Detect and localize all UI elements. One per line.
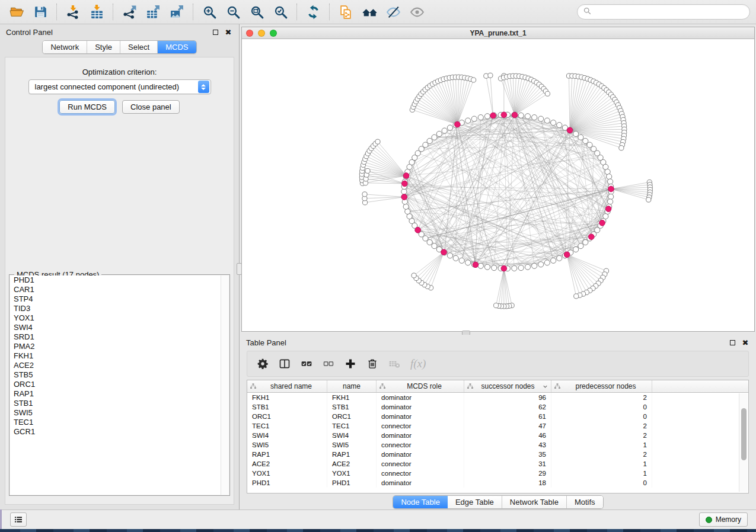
table-cell[interactable]: 1	[551, 459, 652, 469]
table-row[interactable]: SWI4SWI4dominator462	[247, 431, 748, 440]
mcds-result-item[interactable]: STB1	[10, 399, 229, 408]
mcds-result-item[interactable]: SWI4	[10, 323, 229, 332]
table-cell[interactable]: 29	[464, 469, 551, 478]
mcds-result-list[interactable]: PHD1CAR1STP4TID3YOX1SWI4SRD1PMA2FKH1ACE2…	[10, 275, 229, 495]
show-eye-icon[interactable]	[406, 2, 428, 21]
table-row[interactable]: PHD1PHD1dominator180	[247, 478, 748, 488]
add-column-icon[interactable]	[344, 358, 356, 370]
table-cell[interactable]: ACE2	[247, 459, 327, 469]
table-cell[interactable]: connector	[377, 469, 464, 478]
select-all-checkboxes-icon[interactable]	[301, 358, 312, 370]
table-row[interactable]: YOX1YOX1connector291	[247, 469, 748, 478]
delete-column-icon[interactable]	[366, 358, 378, 370]
table-cell[interactable]: TEC1	[327, 421, 377, 431]
close-panel-button[interactable]: Close panel	[122, 100, 180, 114]
table-cell[interactable]: 0	[551, 412, 652, 421]
zoom-selected-icon[interactable]	[270, 2, 291, 21]
table-cell[interactable]: RAP1	[327, 450, 377, 459]
tab-select[interactable]: Select	[120, 41, 158, 53]
table-cell[interactable]: SWI5	[247, 440, 327, 450]
table-cell[interactable]: SWI4	[327, 431, 377, 440]
list-scrollbar[interactable]	[221, 275, 229, 495]
mcds-result-item[interactable]: STP4	[10, 294, 229, 304]
table-cell[interactable]: 43	[464, 440, 551, 450]
table-cell[interactable]: 2	[551, 421, 652, 431]
table-cell[interactable]: dominator	[377, 412, 464, 421]
table-cell[interactable]: dominator	[377, 431, 464, 440]
table-row[interactable]: FKH1FKH1dominator962	[247, 393, 748, 402]
table-row[interactable]: ORC1ORC1dominator610	[247, 412, 748, 421]
export-network-icon[interactable]	[119, 2, 140, 21]
table-cell[interactable]: 1	[551, 440, 652, 450]
home-pair-icon[interactable]	[359, 2, 380, 21]
mcds-result-item[interactable]: PHD1	[10, 275, 229, 285]
table-cell[interactable]: 61	[464, 412, 551, 421]
export-image-icon[interactable]	[166, 2, 187, 21]
tab-style[interactable]: Style	[87, 41, 120, 53]
table-row[interactable]: ACE2ACE2connector311	[247, 459, 748, 469]
table-cell[interactable]: 31	[464, 459, 551, 469]
open-folder-icon[interactable]	[6, 2, 27, 21]
column-header-shared-name[interactable]: shared name	[247, 380, 327, 392]
column-header-MCDS-role[interactable]: MCDS role	[377, 380, 464, 392]
mcds-result-item[interactable]: SWI5	[10, 408, 229, 418]
zoom-in-icon[interactable]	[199, 2, 220, 21]
table-cell[interactable]: 1	[551, 469, 652, 478]
column-header-predecessor-nodes[interactable]: predecessor nodes	[551, 380, 652, 392]
table-cell[interactable]: 46	[464, 431, 551, 440]
network-window-titlebar[interactable]: YPA_prune.txt_1	[242, 27, 754, 39]
import-network-icon[interactable]	[62, 2, 84, 21]
float-panel-icon[interactable]	[210, 28, 220, 37]
network-graph-canvas[interactable]	[242, 39, 754, 331]
minimize-window-button[interactable]	[258, 30, 265, 37]
table-cell[interactable]: dominator	[377, 450, 464, 459]
table-cell[interactable]: RAP1	[247, 450, 327, 459]
search-input[interactable]	[595, 8, 744, 17]
tab-network[interactable]: Network	[43, 41, 87, 53]
mcds-result-item[interactable]: CAR1	[10, 285, 229, 294]
table-cell[interactable]: PHD1	[247, 478, 327, 488]
table-cell[interactable]: connector	[377, 440, 464, 450]
tab-mcds[interactable]: MCDS	[158, 41, 196, 53]
table-cell[interactable]: dominator	[377, 478, 464, 488]
table-cell[interactable]: 0	[551, 402, 652, 412]
hide-eye-icon[interactable]	[382, 2, 404, 21]
mcds-result-item[interactable]: FKH1	[10, 351, 229, 361]
search-box[interactable]	[577, 4, 750, 20]
float-table-panel-icon[interactable]	[728, 338, 737, 348]
table-cell[interactable]: YOX1	[247, 469, 327, 478]
table-cell[interactable]: 18	[464, 478, 551, 488]
deselect-all-checkboxes-icon[interactable]	[323, 358, 334, 370]
table-cell[interactable]: STB1	[327, 402, 377, 412]
table-cell[interactable]: SWI5	[327, 440, 377, 450]
table-cell[interactable]: FKH1	[327, 393, 377, 402]
table-cell[interactable]: SWI4	[247, 431, 327, 440]
import-table-icon[interactable]	[86, 2, 107, 21]
close-window-button[interactable]	[246, 30, 253, 37]
table-cell[interactable]: STB1	[247, 402, 327, 412]
panel-list-button[interactable]	[10, 512, 27, 527]
close-panel-icon[interactable]: ✖	[224, 28, 233, 37]
table-scrollbar-thumb[interactable]	[741, 408, 747, 460]
mcds-result-item[interactable]: TEC1	[10, 418, 229, 427]
criterion-dropdown[interactable]: largest connected component (undirected)	[28, 79, 211, 94]
table-cell[interactable]: FKH1	[247, 393, 327, 402]
table-row[interactable]: STB1STB1dominator620	[247, 402, 748, 412]
table-cell[interactable]: ACE2	[327, 459, 377, 469]
table-scrollbar[interactable]	[739, 393, 748, 492]
column-header-name[interactable]: name	[327, 380, 377, 392]
memory-button[interactable]: Memory	[699, 512, 748, 527]
table-cell[interactable]: 2	[551, 450, 652, 459]
table-row[interactable]: TEC1TEC1connector472	[247, 421, 748, 431]
table-cell[interactable]: PHD1	[327, 478, 377, 488]
table-cell[interactable]: 2	[551, 393, 652, 402]
table-tab-network-table[interactable]: Network Table	[502, 496, 567, 508]
mcds-result-item[interactable]: STB5	[10, 370, 229, 380]
duplicate-network-icon[interactable]	[335, 2, 356, 21]
mcds-result-item[interactable]: TID3	[10, 304, 229, 313]
table-cell[interactable]: 47	[464, 421, 551, 431]
mcds-result-item[interactable]: YOX1	[10, 313, 229, 323]
maximize-window-button[interactable]	[270, 30, 277, 37]
table-tab-motifs[interactable]: Motifs	[567, 496, 603, 508]
table-cell[interactable]: ORC1	[247, 412, 327, 421]
